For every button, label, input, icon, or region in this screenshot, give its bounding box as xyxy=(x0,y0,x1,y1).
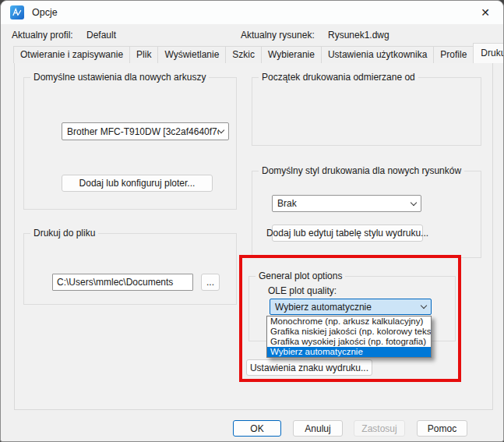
ole-plot-quality-dropdown: Monochrome (np. arkusz kalkulacyjny) Gra… xyxy=(266,316,432,358)
plot-style-select[interactable]: Brak xyxy=(272,195,421,212)
printer-select-value: Brother MFC-T910DW [3c2af4640f7c xyxy=(67,126,219,137)
dropdown-option-monochrome[interactable]: Monochrome (np. arkusz kalkulacyjny) xyxy=(267,316,431,327)
group-title: General plot options xyxy=(256,271,345,281)
tab-strip: Otwieranie i zapisywanie Plik Wyświetlan… xyxy=(14,43,504,63)
tab-plik[interactable]: Plik xyxy=(129,46,158,63)
group-print-to-file: Drukuj do pliku xyxy=(23,233,237,305)
cancel-button[interactable]: Anuluj xyxy=(293,420,343,437)
printer-select[interactable]: Brother MFC-T910DW [3c2af4640f7c xyxy=(62,122,229,140)
edit-plot-style-table-button[interactable]: Dodaj lub edytuj tabelę stylu wydruku... xyxy=(272,225,423,242)
group-title: Drukuj do pliku xyxy=(30,228,98,239)
browse-button[interactable]: ... xyxy=(201,274,220,291)
dropdown-option-auto[interactable]: Wybierz automatycznie xyxy=(267,347,431,357)
chevron-down-icon xyxy=(218,127,224,133)
group-title: Domyślne ustawienia dla nowych arkuszy xyxy=(30,72,209,83)
titlebar: Opcje ✕ xyxy=(1,1,503,24)
options-dialog: Opcje ✕ Aktualny profil: Default Aktualn… xyxy=(0,0,504,442)
apply-button[interactable]: Zastosuj xyxy=(354,420,405,437)
configure-plotter-button[interactable]: Dodaj lub konfiguruj ploter... xyxy=(62,175,213,192)
tab-profile[interactable]: Profile xyxy=(433,46,474,63)
dropdown-option-low-quality[interactable]: Grafika niskiej jakości (np. kolorowy te… xyxy=(267,327,431,337)
ole-plot-quality-label: OLE plot quality: xyxy=(268,285,337,296)
close-icon[interactable]: ✕ xyxy=(467,1,503,24)
plot-style-select-value: Brak xyxy=(277,198,411,209)
current-drawing-label: Aktualny rysunek: xyxy=(241,30,315,41)
ole-plot-quality-select[interactable]: Wybierz automatycznie xyxy=(270,299,432,315)
tab-wyswietlanie[interactable]: Wyświetlanie xyxy=(157,46,226,63)
dropdown-option-high-quality[interactable]: Grafika wysokiej jakości (np. fotografia… xyxy=(267,337,431,347)
group-plot-offset: Początek drukowania odmierzane od xyxy=(252,77,481,146)
group-title: Początek drukowania odmierzane od xyxy=(259,72,418,83)
group-default-plot-style: Domyślny styl drukowania dla nowych rysu… xyxy=(252,171,481,258)
ole-plot-quality-value: Wybierz automatycznie xyxy=(275,302,421,313)
help-button[interactable]: Pomoc xyxy=(417,420,467,437)
tab-szkic[interactable]: Szkic xyxy=(225,46,262,63)
current-profile-value: Default xyxy=(86,30,116,41)
tab-otwieranie-i-zapisywanie[interactable]: Otwieranie i zapisywanie xyxy=(13,46,130,63)
ok-button[interactable]: OK xyxy=(233,420,281,437)
tab-ustawienia-uzytkownika[interactable]: Ustawienia użytkownika xyxy=(321,46,434,63)
group-title: Domyślny styl drukowania dla nowych rysu… xyxy=(259,165,464,176)
chevron-down-icon xyxy=(421,302,427,309)
plot-stamp-settings-button[interactable]: Ustawienia znaku wydruku... xyxy=(246,359,372,376)
current-drawing-value: Rysunek1.dwg xyxy=(328,30,389,41)
file-location-input[interactable] xyxy=(52,274,193,291)
app-icon xyxy=(10,5,24,19)
current-profile-label: Aktualny profil: xyxy=(12,30,73,41)
tab-drukuj[interactable]: Drukuj xyxy=(473,43,504,63)
tab-wybieranie[interactable]: Wybieranie xyxy=(261,46,322,63)
window-title: Opcje xyxy=(32,1,58,24)
chevron-down-icon xyxy=(411,199,417,205)
